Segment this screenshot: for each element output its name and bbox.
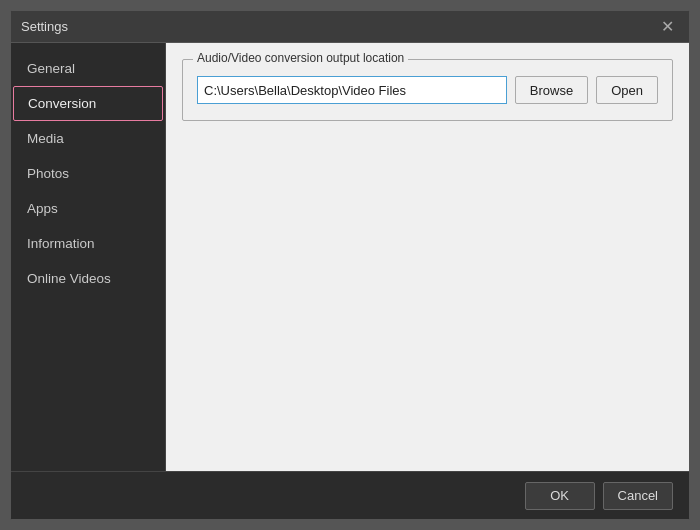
close-button[interactable]: ✕ — [655, 15, 679, 39]
sidebar-item-apps[interactable]: Apps — [11, 191, 165, 226]
path-input[interactable] — [197, 76, 507, 104]
sidebar-item-online-videos[interactable]: Online Videos — [11, 261, 165, 296]
title-bar: Settings ✕ — [11, 11, 689, 43]
sidebar-item-conversion[interactable]: Conversion — [13, 86, 163, 121]
dialog-title: Settings — [21, 19, 68, 34]
sidebar-item-photos[interactable]: Photos — [11, 156, 165, 191]
sidebar-item-general[interactable]: General — [11, 51, 165, 86]
sidebar: General Conversion Media Photos Apps Inf… — [11, 43, 166, 471]
open-button[interactable]: Open — [596, 76, 658, 104]
dialog-footer: OK Cancel — [11, 471, 689, 519]
cancel-button[interactable]: Cancel — [603, 482, 673, 510]
close-icon: ✕ — [661, 17, 674, 36]
path-row: Browse Open — [197, 76, 658, 104]
output-location-group: Audio/Video conversion output location B… — [182, 59, 673, 121]
dialog-content: General Conversion Media Photos Apps Inf… — [11, 43, 689, 471]
main-panel: Audio/Video conversion output location B… — [166, 43, 689, 471]
settings-dialog: Settings ✕ General Conversion Media Phot… — [10, 10, 690, 520]
sidebar-item-media[interactable]: Media — [11, 121, 165, 156]
sidebar-item-information[interactable]: Information — [11, 226, 165, 261]
browse-button[interactable]: Browse — [515, 76, 588, 104]
group-legend: Audio/Video conversion output location — [193, 51, 408, 65]
ok-button[interactable]: OK — [525, 482, 595, 510]
